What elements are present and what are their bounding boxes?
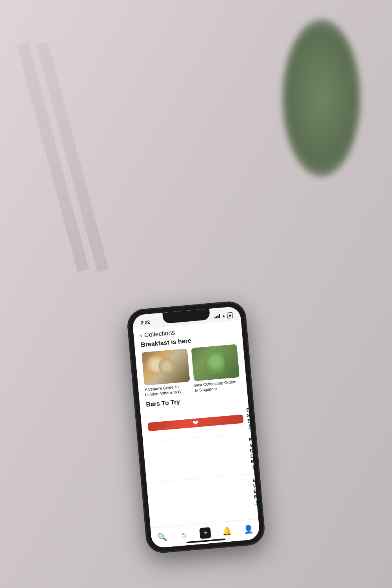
status-time: 2:22: [140, 319, 150, 326]
energy-bars-title: Best Vegan Energy Bars: [252, 476, 260, 500]
battery-icon: ■: [227, 312, 233, 318]
notifications-nav-icon: 🔔: [221, 526, 232, 536]
phone-wrapper: 2:22 ▲ ■: [127, 301, 265, 553]
phone-screen: 2:22 ▲ ■: [132, 306, 260, 548]
back-button[interactable]: ‹: [140, 332, 142, 339]
bars-list: Best Snack Bars 👤 dhwani ♡ 1: [147, 404, 251, 517]
nav-search[interactable]: 🔍: [154, 529, 170, 544]
add-nav-icon: +: [199, 527, 211, 539]
scene: 2:22 ▲ ■: [0, 0, 392, 588]
smoothie-image: [191, 344, 240, 381]
bowls-image: [142, 348, 190, 386]
energy-bars-info: Best Vegan Energy Bars 👤 miriamy: [252, 476, 260, 505]
nav-home[interactable]: ⌂: [176, 527, 191, 542]
card-coffeeshop[interactable]: Best Coffeeshop Orders In Singapore: [191, 344, 241, 393]
screen-content: ‹ Collections Breakfast is here A Vegan'…: [133, 320, 260, 548]
user-icon: 👤: [251, 465, 256, 470]
search-nav-icon: 🔍: [157, 532, 167, 542]
card-coffeeshop-title: Best Coffeeshop Orders In Singapore: [194, 379, 241, 393]
wifi-icon: ▲: [221, 313, 226, 318]
breakfast-cards-grid: A Vegan's Guide To London: Where To G...…: [142, 344, 241, 397]
profile-nav-icon: 👤: [243, 524, 254, 534]
bars-section: Bars To Try Best Snack Bars 👤 dhwani: [140, 392, 258, 518]
signal-icon: [214, 314, 220, 319]
card-vegan-london[interactable]: A Vegan's Guide To London: Where To G...: [142, 348, 191, 397]
home-nav-icon: ⌂: [181, 530, 187, 539]
card-coffeeshop-image: [191, 344, 240, 381]
choc-bars-thumbnail: [151, 454, 246, 462]
status-icons: ▲ ■: [214, 312, 233, 319]
user-icon: 👤: [248, 424, 253, 429]
nav-add[interactable]: +: [198, 525, 213, 541]
phone-device: 2:22 ▲ ■: [127, 301, 265, 553]
nav-profile[interactable]: 👤: [241, 521, 256, 537]
nav-notifications[interactable]: 🔔: [219, 523, 234, 539]
background-plant: [282, 20, 361, 177]
card-vegan-london-image: [142, 348, 190, 386]
snack-bars-thumbnail: [148, 414, 244, 431]
energy-bars-thumbnail: [154, 492, 250, 500]
card-vegan-london-title: A Vegan's Guide To London: Where To G...: [145, 383, 191, 397]
page-title: Collections: [144, 329, 176, 339]
energy-bars-user: 👤 miriamy: [254, 499, 260, 504]
breakfast-section: Breakfast is here A Vegan's Guide To Lon…: [134, 333, 247, 398]
user-icon: 👤: [254, 500, 260, 505]
